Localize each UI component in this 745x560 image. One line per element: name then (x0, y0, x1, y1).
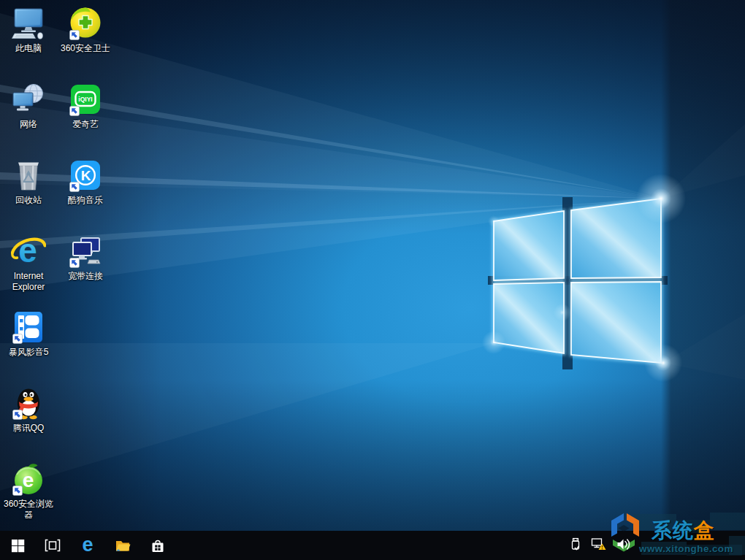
edge-icon: e (78, 536, 97, 555)
desktop-icon-label: 宽带连接 (57, 271, 114, 282)
desktop-icon-baofeng[interactable]: 暴风影音5 (0, 310, 57, 358)
tencent-qq-icon (11, 386, 46, 421)
browser-e-text: e (23, 469, 34, 491)
network-tray-button[interactable] (591, 537, 607, 555)
edge-e-text: e (82, 536, 93, 555)
desktop-icon-label: 爱奇艺 (57, 119, 114, 130)
desktop-icon-internet-explorer[interactable]: e Internet Explorer (0, 234, 57, 293)
iqiyi-icon: iQIYI (68, 82, 103, 117)
desktop-icon-label: 暴风影音5 (0, 347, 57, 358)
desktop-icon-label: 腾讯QQ (0, 423, 57, 434)
kugou-k-text: K (81, 168, 91, 183)
desktop-icon-iqiyi[interactable]: iQIYI 爱奇艺 (57, 82, 114, 130)
internet-explorer-icon: e (11, 234, 46, 269)
edge-button[interactable]: e (70, 531, 105, 560)
start-button[interactable] (0, 531, 35, 560)
network-warning-icon (591, 537, 607, 552)
store-icon (149, 537, 167, 554)
desktop-icon-label: 360安全卫士 (57, 43, 114, 54)
desktop-icon-recycle-bin[interactable]: 回收站 (0, 158, 57, 206)
baofeng-player-icon (11, 310, 46, 345)
windows-desktop: { "desktop": { "icons": [ {"id": "this-p… (0, 0, 745, 560)
desktop-icon-label: 回收站 (0, 195, 57, 206)
desktop-icon-360-browser[interactable]: e 360安全浏览器 (0, 461, 57, 521)
360-safety-guard-icon (68, 6, 103, 41)
store-button[interactable] (140, 531, 175, 560)
kugou-music-icon: K (68, 158, 103, 193)
this-pc-icon (11, 6, 46, 41)
desktop-icon-qq[interactable]: 腾讯QQ (0, 386, 57, 434)
broadband-connection-icon (68, 234, 103, 269)
desktop-icon-label: 360安全浏览器 (0, 499, 57, 521)
task-view-icon (44, 538, 61, 553)
desktop-icon-label: 网络 (0, 119, 57, 130)
360-browser-icon: e (11, 461, 46, 496)
desktop-icon-label: 此电脑 (0, 43, 57, 54)
desktop-icon-this-pc[interactable]: 此电脑 (0, 6, 57, 54)
system-tray (555, 531, 745, 560)
desktop-icon-360-safety[interactable]: 360安全卫士 (57, 6, 114, 54)
desktop-icon-label: Internet Explorer (0, 271, 57, 293)
usb-icon (569, 537, 582, 552)
desktop-icon-label: 酷狗音乐 (57, 195, 114, 206)
task-view-button[interactable] (35, 531, 70, 560)
desktop-icon-network[interactable]: 网络 (0, 82, 57, 130)
file-explorer-button[interactable] (105, 531, 140, 560)
usb-tray-button[interactable] (569, 537, 582, 555)
iqiyi-logo-text: iQIYI (78, 96, 92, 103)
desktop-icon-kugou[interactable]: K 酷狗音乐 (57, 158, 114, 206)
file-explorer-icon (114, 537, 131, 554)
volume-tray-button[interactable] (616, 537, 631, 555)
desktop-icon-broadband[interactable]: 宽带连接 (57, 234, 114, 282)
network-icon (11, 82, 46, 117)
recycle-bin-icon (11, 158, 46, 193)
start-icon (11, 539, 25, 553)
volume-icon (616, 537, 631, 552)
